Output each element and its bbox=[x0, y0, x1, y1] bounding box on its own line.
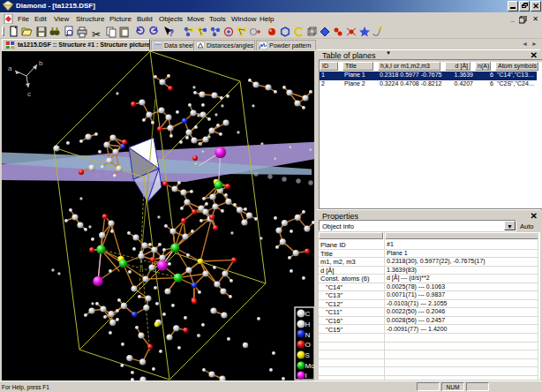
svg-text:c: c bbox=[27, 90, 31, 98]
svg-text:O: O bbox=[305, 341, 311, 349]
svg-text:Mo: Mo bbox=[305, 362, 315, 370]
svg-text:I: I bbox=[305, 372, 307, 380]
svg-text:S: S bbox=[305, 351, 310, 359]
svg-text:a: a bbox=[8, 64, 12, 72]
svg-text:C: C bbox=[305, 310, 311, 318]
svg-text:?: ? bbox=[169, 28, 174, 38]
svg-text:N: N bbox=[305, 331, 311, 339]
svg-text:H: H bbox=[305, 320, 311, 328]
svg-text:b: b bbox=[39, 59, 43, 67]
